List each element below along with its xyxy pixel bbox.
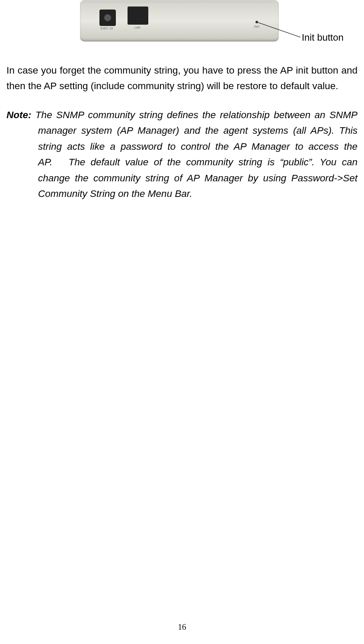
svg-line-0: [258, 23, 300, 37]
dc-port-label: 5VDC 1A: [100, 27, 113, 30]
device-image: 5VDC 1A LAN INIT: [80, 0, 279, 42]
lan-port: [128, 6, 148, 25]
lan-port-label: LAN: [134, 26, 140, 29]
note-block: Note: The SNMP community string defines …: [6, 107, 358, 202]
callout-line: [258, 23, 301, 44]
paragraph-reset-instructions: In case you forget the community string,…: [6, 63, 358, 94]
note-body: The SNMP community string defines the re…: [32, 109, 358, 199]
note-label: Note:: [6, 109, 32, 120]
dc-power-port: [99, 10, 116, 26]
page-number: 16: [0, 622, 364, 632]
device-figure: 5VDC 1A LAN INIT Init button: [6, 0, 358, 43]
callout-label: Init button: [302, 32, 344, 43]
